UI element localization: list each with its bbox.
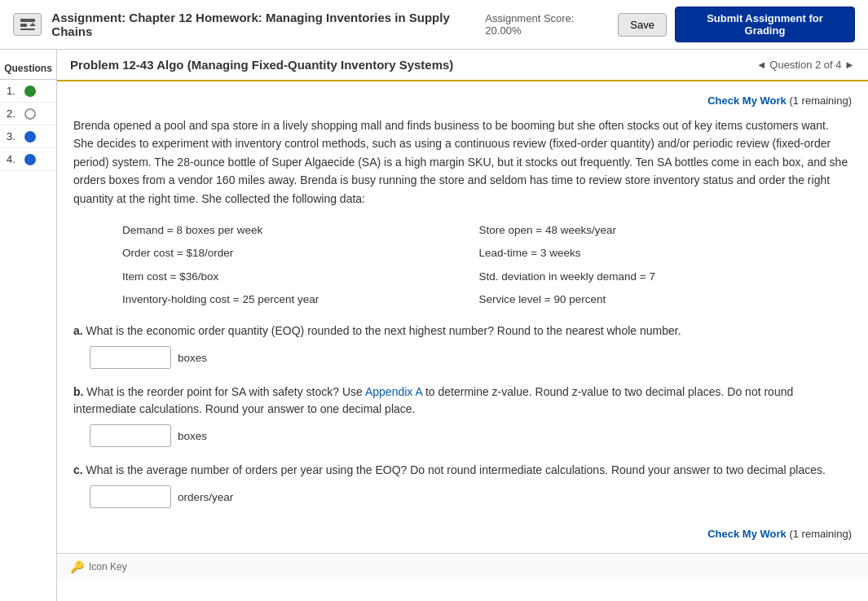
question-b-answer-row: boxes — [90, 424, 852, 447]
sidebar-header: Questions — [0, 58, 56, 80]
question-b-label: b. What is the reorder point for SA with… — [73, 384, 852, 418]
data-col2-row2: Lead-time = 3 weeks — [479, 243, 804, 263]
submit-button[interactable]: Submit Assignment for Grading — [675, 7, 855, 42]
question-b-unit: boxes — [178, 430, 207, 442]
sidebar-item-num-3: 3. — [7, 130, 21, 143]
question-b-letter: b. — [73, 385, 83, 398]
save-button[interactable]: Save — [618, 13, 667, 37]
sidebar-item-1[interactable]: 1. — [0, 80, 56, 103]
question-c-answer-row: orders/year — [90, 485, 852, 508]
sidebar: Questions 1. 2. 3. 4. — [0, 50, 57, 601]
main-layout: Questions 1. 2. 3. 4. Problem 12-43 Algo… — [0, 50, 868, 601]
key-icon: 🔑 — [70, 560, 84, 573]
sidebar-item-num-1: 1. — [7, 85, 21, 97]
question-b-text-before: What is the reorder point for SA with sa… — [86, 385, 365, 398]
toolbar-icon[interactable] — [13, 13, 42, 36]
status-icon-blue-4 — [24, 154, 36, 165]
question-a-section: a. What is the economic order quantity (… — [73, 322, 852, 369]
status-icon-blue-3 — [24, 131, 36, 143]
check-my-work-link-top[interactable]: Check My Work — [707, 94, 786, 107]
question-a-answer-row: boxes — [90, 346, 852, 369]
question-a-unit: boxes — [178, 352, 207, 364]
problem-body: Check My Work (1 remaining) Brenda opene… — [57, 81, 868, 553]
question-c-section: c. What is the average number of orders … — [73, 462, 852, 508]
svg-rect-1 — [20, 24, 27, 27]
question-a-letter: a. — [73, 324, 83, 337]
question-c-label: c. What is the average number of orders … — [73, 462, 852, 479]
check-my-work-top: Check My Work (1 remaining) — [73, 94, 852, 107]
question-a-input[interactable] — [90, 346, 171, 369]
top-bar-right: Assignment Score: 20.00% Save Submit Ass… — [485, 7, 855, 42]
status-icon-empty-2 — [24, 108, 36, 120]
question-b-input[interactable] — [90, 424, 171, 447]
nav-arrows[interactable]: ◄ Question 2 of 4 ► — [756, 59, 855, 71]
content-area: Problem 12-43 Algo (Managing Fixed-Quant… — [57, 50, 868, 601]
top-bar: Assignment: Chapter 12 Homework: Managin… — [0, 0, 868, 50]
problem-title: Problem 12-43 Algo (Managing Fixed-Quant… — [70, 58, 453, 72]
check-my-work-link-bottom[interactable]: Check My Work — [707, 528, 786, 540]
icon-key-label: Icon Key — [89, 561, 127, 572]
svg-rect-2 — [20, 29, 35, 30]
sidebar-item-3[interactable]: 3. — [0, 125, 56, 148]
sidebar-item-4[interactable]: 4. — [0, 148, 56, 171]
appendix-a-link[interactable]: Appendix A — [365, 385, 422, 398]
sidebar-item-2[interactable]: 2. — [0, 103, 56, 125]
icon-key-bar: 🔑 Icon Key — [57, 553, 868, 580]
data-col2-row3: Std. deviation in weekly demand = 7 — [479, 267, 804, 287]
question-c-text: What is the average number of orders per… — [86, 463, 826, 476]
question-c-unit: orders/year — [178, 491, 233, 503]
data-col1-row1: Demand = 8 boxes per week — [122, 221, 447, 240]
check-my-work-remaining-top: (1 remaining) — [789, 94, 852, 107]
data-col2-row4: Service level = 90 percent — [479, 290, 804, 309]
data-table: Demand = 8 boxes per week Store open = 4… — [122, 221, 803, 309]
data-col1-row3: Item cost = $36/box — [122, 267, 447, 287]
data-col2-row1: Store open = 48 weeks/year — [479, 221, 804, 240]
question-c-input[interactable] — [90, 485, 171, 508]
question-b-section: b. What is the reorder point for SA with… — [73, 384, 852, 447]
question-a-label: a. What is the economic order quantity (… — [73, 322, 852, 340]
problem-text: Brenda opened a pool and spa store in a … — [73, 116, 852, 208]
question-a-text: What is the economic order quantity (EOQ… — [86, 324, 681, 337]
svg-rect-0 — [20, 19, 35, 22]
page-title: Assignment: Chapter 12 Homework: Managin… — [51, 11, 485, 38]
status-icon-green-1 — [24, 86, 36, 97]
check-my-work-remaining-bottom: (1 remaining) — [789, 528, 852, 540]
svg-marker-3 — [29, 23, 36, 26]
score-text: Assignment Score: 20.00% — [485, 12, 610, 37]
sidebar-item-num-2: 2. — [7, 107, 21, 120]
question-c-letter: c. — [73, 463, 83, 476]
data-col1-row4: Inventory-holding cost = 25 percent year — [122, 290, 447, 309]
data-col1-row2: Order cost = $18/order — [122, 243, 447, 263]
sidebar-item-num-4: 4. — [7, 153, 21, 165]
problem-header: Problem 12-43 Algo (Managing Fixed-Quant… — [57, 50, 868, 81]
check-my-work-bottom: Check My Work (1 remaining) — [73, 528, 852, 540]
